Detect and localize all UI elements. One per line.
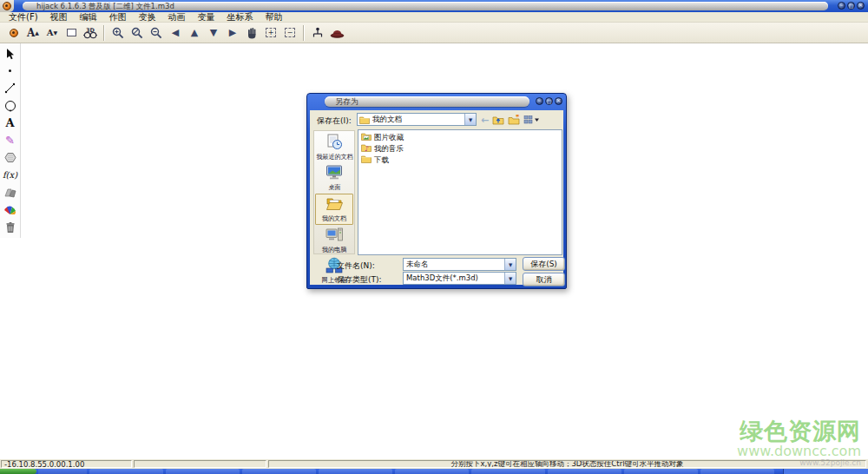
dialog-close-button[interactable] (555, 97, 562, 105)
view-menu-button[interactable] (523, 115, 540, 126)
move-down-button[interactable]: ▼ (204, 24, 223, 42)
taskbar-button[interactable] (624, 469, 698, 474)
taskbar-button[interactable] (89, 469, 163, 474)
rectangle-button[interactable] (62, 24, 81, 42)
select-cursor-icon (5, 48, 16, 60)
menu-item-7[interactable]: 坐标系 (221, 12, 260, 23)
zoom-in-button[interactable] (108, 24, 128, 42)
marquee-zoom-in-button[interactable]: + (261, 24, 280, 42)
file-name-combobox[interactable]: 未命名 (403, 258, 516, 271)
back-button[interactable]: ← (481, 115, 489, 126)
menu-item-0[interactable]: 文件(F) (3, 12, 44, 23)
taskbar-button[interactable] (242, 469, 316, 474)
music-folder-icon: ♪ (361, 143, 372, 154)
my-computer-icon (326, 227, 343, 247)
pencil-tool-button[interactable]: ✎ (2, 133, 19, 148)
move-right-button[interactable]: ▶ (223, 24, 242, 42)
dialog-titlebar[interactable]: 另存为 (307, 94, 566, 110)
desktop-icon (326, 164, 343, 184)
point-tool-button[interactable] (2, 63, 19, 78)
cancel-button[interactable]: 取消 (523, 273, 565, 286)
hat-button[interactable] (327, 24, 346, 42)
file-list-item[interactable]: 下载 (361, 155, 559, 165)
file-list[interactable]: 图片收藏♪我的音乐下载 (358, 129, 562, 255)
new-folder-icon: * (508, 115, 520, 125)
color-tool-button[interactable] (2, 202, 19, 217)
drawing-canvas[interactable]: A✎f(x) 另存为 保存在(I): 我的文档 ←* 我最近的文档桌面我的 (0, 43, 868, 458)
segment-tool-button[interactable] (2, 81, 19, 95)
status-bar: -16.10,8.55,0.00,1.00 分别按下x,y,z键可在相应轴向移动… (0, 458, 868, 469)
dialog-maximize-button[interactable] (545, 97, 553, 105)
toolbar-separator (303, 25, 305, 41)
pan-hand-icon (247, 27, 258, 39)
file-type-combobox[interactable]: Math3D文件(*.m3d) (403, 272, 516, 285)
save-as-dialog: 另存为 保存在(I): 我的文档 ←* 我最近的文档桌面我的文档我的电脑网上邻居… (306, 93, 567, 289)
coordinate-axes-button[interactable] (308, 24, 327, 42)
menu-item-8[interactable]: 帮助 (260, 12, 289, 23)
move-up-icon: ▲ (191, 27, 198, 38)
font-increase-button[interactable]: A▲ (23, 24, 43, 42)
function-tool-button[interactable]: f(x) (2, 168, 19, 182)
select-cursor-button[interactable] (2, 46, 19, 61)
window-titlebar: hijack 6.1.6.3 普及版 [二维] 文件1.m3d (0, 0, 868, 12)
save-in-value: 我的文档 (370, 114, 464, 125)
place-my-documents[interactable]: 我的文档 (315, 194, 353, 225)
dropdown-arrow-icon[interactable] (504, 273, 516, 284)
trash-icon (5, 221, 16, 234)
zoom-out-button[interactable] (147, 24, 166, 42)
move-right-icon: ▶ (229, 27, 236, 38)
circle-tool-button[interactable] (2, 98, 19, 113)
up-one-level-button[interactable] (492, 115, 504, 126)
place-recent-documents[interactable]: 我最近的文档 (315, 133, 353, 162)
place-my-computer[interactable]: 我的电脑 (315, 226, 353, 255)
maximize-button[interactable] (847, 2, 855, 10)
taskbar-button[interactable] (548, 469, 621, 474)
minimize-button[interactable] (838, 2, 845, 10)
font-decrease-button[interactable]: A▼ (43, 24, 62, 42)
menu-item-3[interactable]: 作图 (103, 12, 133, 23)
text-tool-button[interactable]: A (2, 115, 19, 130)
status-spare-cell (134, 460, 266, 468)
save-button[interactable]: 保存(S) (523, 257, 565, 271)
pencil-icon: ✎ (5, 134, 15, 147)
save-in-combobox[interactable]: 我的文档 (357, 113, 477, 126)
place-desktop[interactable]: 桌面 (315, 163, 353, 193)
view-3d-glasses-button[interactable]: 3D (81, 24, 100, 42)
app-logo-icon (10, 29, 18, 37)
close-button[interactable] (857, 2, 865, 10)
menu-item-2[interactable]: 编辑 (74, 12, 103, 23)
hat-icon (330, 28, 345, 38)
start-button[interactable] (0, 469, 36, 474)
menu-item-5[interactable]: 动画 (162, 12, 192, 23)
place-label: 我的电脑 (322, 247, 347, 253)
dropdown-arrow-icon[interactable] (464, 114, 476, 125)
taskbar-button[interactable] (395, 469, 469, 474)
taskbar-button[interactable] (471, 469, 545, 474)
move-left-button[interactable]: ◀ (166, 24, 185, 42)
menu-item-1[interactable]: 视图 (44, 12, 74, 23)
file-list-item[interactable]: ♪我的音乐 (361, 143, 559, 154)
pan-hand-button[interactable] (242, 24, 261, 42)
file-name-label: 文件名(N): (337, 260, 375, 272)
menu-item-6[interactable]: 变量 (192, 12, 221, 23)
delete-tool-button[interactable] (2, 220, 19, 234)
marquee-zoom-out-button[interactable]: − (280, 24, 299, 42)
segment-icon (4, 82, 16, 94)
transform-tool-button[interactable] (2, 185, 19, 200)
app-logo-button[interactable] (4, 24, 23, 42)
taskbar-button[interactable] (700, 469, 774, 474)
dialog-minimize-button[interactable] (536, 97, 543, 105)
status-coordinates: -16.10,8.55,0.00,1.00 (1, 460, 132, 468)
logo-ball-icon (3, 2, 11, 10)
menu-item-4[interactable]: 变换 (133, 12, 162, 23)
move-up-button[interactable]: ▲ (185, 24, 204, 42)
file-list-item[interactable]: 图片收藏 (361, 132, 559, 142)
dialog-nav-toolbar: ←* (481, 114, 540, 126)
file-label: 下载 (374, 156, 389, 164)
dropdown-arrow-icon[interactable] (504, 259, 516, 270)
taskbar-button[interactable] (319, 469, 392, 474)
zoom-reset-button[interactable] (128, 24, 147, 42)
polygon-tool-button[interactable] (2, 150, 19, 165)
taskbar-button[interactable] (166, 469, 240, 474)
create-new-folder-button[interactable]: * (508, 115, 520, 126)
